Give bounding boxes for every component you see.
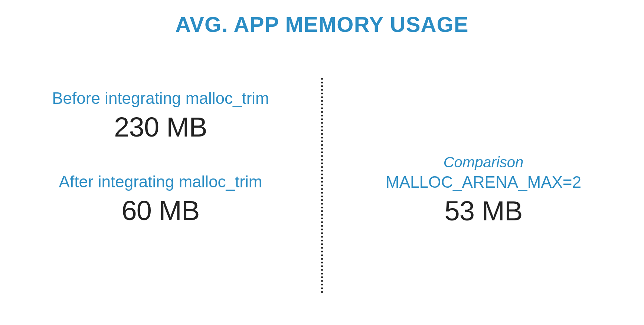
page-title: AVG. APP MEMORY USAGE — [0, 0, 644, 37]
comparison-label: Comparison — [386, 154, 581, 171]
after-value: 60 MB — [59, 195, 262, 226]
after-label: After integrating malloc_trim — [59, 173, 262, 191]
left-column: Before integrating malloc_trim 230 MB Af… — [0, 78, 321, 325]
right-column: Comparison MALLOC_ARENA_MAX=2 53 MB — [323, 78, 644, 325]
content-area: Before integrating malloc_trim 230 MB Af… — [0, 78, 644, 325]
before-label: Before integrating malloc_trim — [52, 89, 269, 108]
comparison-value: 53 MB — [386, 195, 581, 227]
comparison-block: Comparison MALLOC_ARENA_MAX=2 53 MB — [386, 154, 581, 227]
comparison-sublabel: MALLOC_ARENA_MAX=2 — [386, 173, 581, 191]
before-value: 230 MB — [52, 111, 269, 143]
after-block: After integrating malloc_trim 60 MB — [59, 173, 262, 226]
before-block: Before integrating malloc_trim 230 MB — [52, 89, 269, 143]
